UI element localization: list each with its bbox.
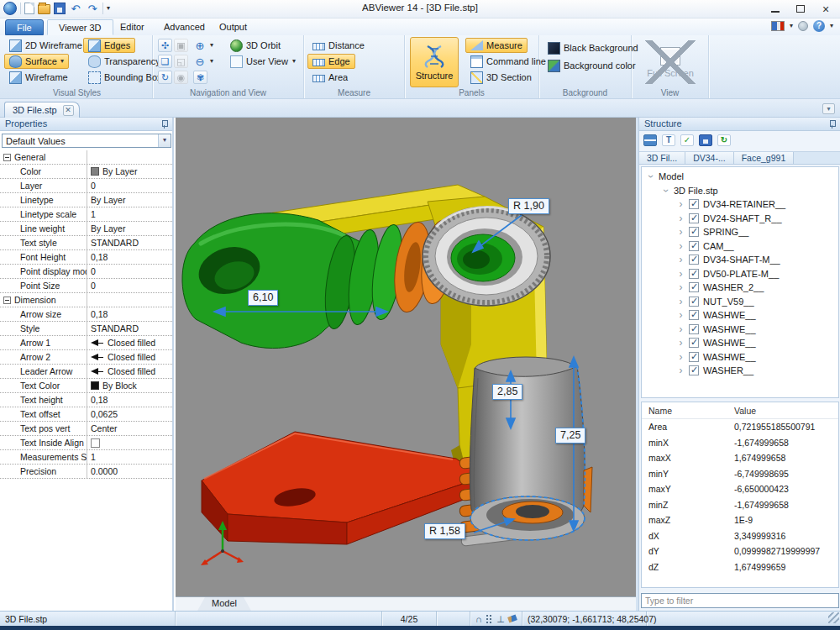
tree-node-model[interactable]: › Model [642, 170, 838, 184]
property-row[interactable]: Line weight By Layer [0, 222, 172, 236]
property-value[interactable]: Closed filled [108, 338, 155, 348]
table-row[interactable]: Area 0,721955185500791 [642, 419, 838, 435]
chevron-right-icon[interactable]: › [677, 296, 685, 307]
layout-columns-icon[interactable]: T [662, 134, 675, 146]
tree-node-part[interactable]: › DV50-PLATE-M__ [642, 267, 838, 281]
tree-node-part[interactable]: › WASHER__ [642, 364, 838, 378]
visibility-checkbox[interactable] [689, 199, 699, 209]
property-row[interactable]: Text style STANDARD [0, 236, 172, 250]
property-value[interactable]: 1 [91, 452, 96, 462]
property-row[interactable]: Linetype By Layer [0, 193, 172, 207]
chevron-right-icon[interactable]: › [677, 365, 685, 376]
help-icon[interactable]: ? [813, 20, 825, 32]
property-row[interactable]: Color By Layer [0, 165, 172, 179]
distance-button[interactable]: Distance [307, 38, 370, 53]
background-color-button[interactable]: Background color [543, 58, 641, 73]
command-line-button[interactable]: Command line [465, 54, 551, 69]
tree-node-part[interactable]: › WASHWE__ [642, 323, 838, 337]
2d-wireframe-button[interactable]: 2D Wireframe [4, 38, 87, 53]
property-value[interactable]: 0 [91, 281, 96, 291]
property-value[interactable]: 0,18 [91, 395, 108, 405]
property-value[interactable]: By Block [102, 381, 137, 391]
save-icon[interactable] [54, 3, 66, 14]
table-row[interactable]: minZ -1,674999658 [642, 497, 838, 513]
chevron-right-icon[interactable]: › [677, 213, 685, 224]
chevron-right-icon[interactable]: › [677, 323, 685, 335]
osnap-icon[interactable]: ∩ [475, 613, 482, 625]
property-value[interactable]: By Layer [102, 166, 137, 176]
property-value[interactable]: STANDARD [91, 323, 139, 333]
model-tab[interactable]: Model [197, 597, 251, 611]
property-value[interactable]: 0,18 [91, 252, 108, 262]
tab-viewer-3d[interactable]: Viewer 3D [47, 19, 113, 35]
tree-node-part[interactable]: › DV34-SHAFT-M__ [642, 253, 838, 267]
edges-button[interactable]: Edges [83, 38, 135, 53]
property-row[interactable]: Text Inside Align [0, 436, 172, 450]
language-icon[interactable] [771, 21, 785, 31]
property-row[interactable]: Style STANDARD [0, 322, 172, 336]
visibility-checkbox[interactable] [689, 297, 699, 307]
user-view-button[interactable]: User View [225, 54, 293, 69]
structure-panel-button[interactable]: Structure [410, 37, 459, 87]
3d-orbit-button[interactable]: 3D Orbit [225, 38, 286, 53]
property-value[interactable]: Closed filled [108, 366, 155, 376]
previous-view-icon[interactable]: ❏ [158, 55, 172, 68]
edge-button[interactable]: Edge [307, 54, 355, 69]
pin-icon[interactable] [160, 120, 168, 129]
customize-quick-access-icon[interactable]: ▾ [107, 4, 110, 13]
zoom-window-icon[interactable]: ▣ [174, 39, 188, 52]
visibility-checkbox[interactable] [689, 255, 699, 265]
tab-advanced[interactable]: Advanced [153, 19, 216, 35]
table-row[interactable]: maxY -6,650000423 [642, 481, 838, 497]
globe-icon[interactable] [798, 21, 808, 31]
chevron-right-icon[interactable]: › [677, 309, 685, 321]
viewport-3d[interactable]: R 1,90 6,10 2,85 7,25 R 1,58 [176, 118, 636, 596]
property-row[interactable]: Dimension [0, 293, 172, 307]
tree-node-part[interactable]: › NUT_V59__ [642, 295, 838, 309]
help-dropdown-icon[interactable]: ▾ [830, 22, 833, 30]
property-row[interactable]: Font Height 0,18 [0, 250, 172, 265]
wireframe-button[interactable]: Wireframe [4, 70, 73, 85]
property-row[interactable]: Point display mode 0 [0, 265, 172, 279]
measure-panel-button[interactable]: Measure [465, 38, 528, 53]
collapse-icon[interactable] [3, 297, 11, 304]
property-row[interactable]: Point Size 0 [0, 279, 172, 293]
table-row[interactable]: minY -6,749998695 [642, 466, 838, 482]
property-row[interactable]: Arrow size 0,18 [0, 307, 172, 322]
visibility-checkbox[interactable] [689, 352, 699, 362]
visibility-checkbox[interactable] [689, 269, 699, 279]
visibility-checkbox[interactable] [689, 338, 699, 348]
property-row[interactable]: Measurements Scale 1 [0, 450, 172, 465]
property-value[interactable]: 1 [91, 209, 96, 219]
checklist-icon[interactable]: ✓ [680, 134, 694, 146]
maximize-button[interactable] [788, 0, 813, 18]
properties-preset-combobox[interactable]: Default Values ▾ [2, 134, 171, 148]
hand-pan-icon[interactable]: ✾ [193, 71, 207, 84]
surface-button[interactable]: Surface ▾ [4, 54, 69, 69]
redo-icon[interactable]: ↷ [86, 3, 99, 15]
visibility-checkbox[interactable] [689, 227, 699, 237]
property-value[interactable]: 0.0000 [91, 466, 118, 476]
layout-rows-icon[interactable] [643, 134, 657, 146]
save-structure-icon[interactable] [699, 134, 712, 146]
visibility-checkbox[interactable] [689, 310, 699, 320]
zoom-extents-icon[interactable]: ◱ [174, 55, 188, 68]
tab-file[interactable]: File [5, 19, 44, 35]
tree-node-part[interactable]: › WASHWE__ [642, 350, 838, 365]
property-row[interactable]: Leader Arrow Closed filled [0, 365, 172, 379]
zoom-out-button[interactable]: ⊖ ▾ [191, 54, 216, 69]
camera-icon[interactable]: ◉ [174, 71, 188, 84]
tree-node-part[interactable]: › WASHWE__ [642, 308, 838, 323]
table-row[interactable]: dX 3,349999316 [642, 528, 838, 544]
tree-node-part[interactable]: › DV34-RETAINER__ [642, 197, 838, 212]
visibility-checkbox[interactable] [689, 213, 699, 223]
chevron-right-icon[interactable]: › [677, 240, 685, 252]
document-tab[interactable]: 3D File.stp ✕ [4, 102, 80, 118]
property-value[interactable]: Center [91, 423, 118, 433]
property-row[interactable]: Precision 0.0000 [0, 465, 172, 479]
property-value[interactable]: STANDARD [91, 238, 139, 248]
surface-dropdown-icon[interactable]: ▾ [60, 57, 64, 66]
rotate-view-icon[interactable]: ↻ [158, 71, 172, 84]
area-button[interactable]: Area [307, 70, 353, 85]
resize-grip-icon[interactable] [828, 612, 839, 623]
